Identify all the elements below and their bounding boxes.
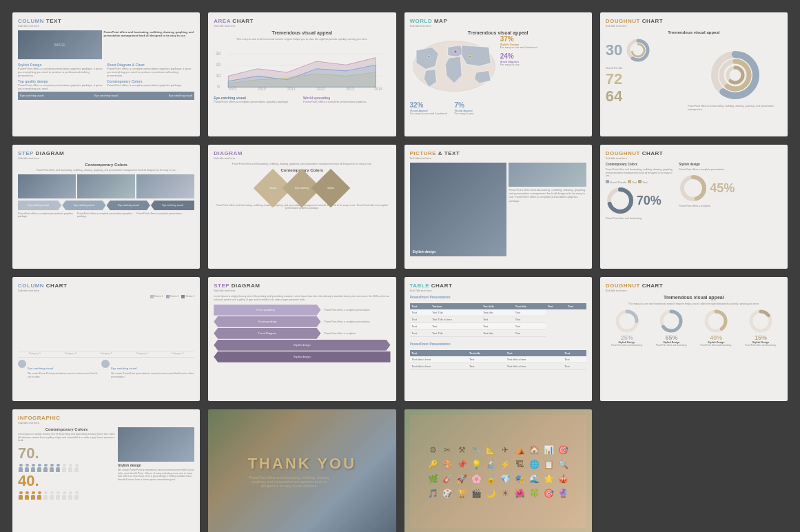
col-footer-icon-1 [101,360,110,368]
icon-38: 🎯 [542,487,555,500]
doughnut2-pct-45: 45% [710,182,735,194]
col-chart-legend: Series 1 Series 2 Series 3 [18,295,194,298]
slide-text-col: PowerPoint offers and fascinating, outfi… [104,30,195,59]
slide-world-map: WORLD MAP Sub title text here Tremendous… [404,12,592,136]
svg-text:2010: 2010 [258,87,266,91]
slide-icons: ⚙ ✂ ⚒ 🔧 📐 ✈ ⛺ 🏠 📊 🎯 🔑 🎨 📌 💡 🔬 ⚡ 🏗 🌐 📋 [404,409,592,532]
person-icon-4 [43,464,48,472]
slide-subtitle-doughnut-3: Sub title text here [606,289,782,292]
slide-subtitle-diagram: Sub title text here [214,156,390,160]
infographic-persons-0 [18,464,115,472]
step2-row-4: Stylish design [214,351,390,362]
person-icon-0 [18,464,23,472]
infographic-stylish-body: We create PowerPoint presentations named… [118,469,194,481]
doughnut1-title: Tremendous visual appeal [606,30,782,34]
table-cell-0-1-3: Text [513,316,546,323]
doughnut1-item-1: 72 [606,72,685,87]
doughnut2-desc-3: PowerPoint offers a complete. [679,205,782,208]
slide-title-picture-text: PICTURE & TEXT [410,150,586,156]
slide-item-3: Contemporary Colors PowerPoint offers a … [107,79,194,90]
doughnut2-svg-70 [606,186,635,215]
doughnut3-sub: The easy-to-use and functional search en… [606,302,782,305]
infographic-big-1: 40. [18,472,115,490]
slide-subtitle-column-text: Sub title text here [18,24,194,28]
slide-items-column-text: Stylish Design PowerPoint offers a compl… [18,61,194,90]
step2-arrows-stack: Front speaking PowerPoint offers a compl… [214,305,390,362]
thankyou-main-text: THANK YOU [248,455,356,473]
icon-4: 📐 [484,444,497,456]
area-chart-svg: 0 10 20 30 2009 2010 2011 2012 2013 2014 [214,43,390,91]
slide-thank-you: THANK YOU PowerPoint offers and fascinat… [208,409,396,532]
infographic-body: Lorem Ipsum is simply dummy text of the … [18,433,115,442]
pic-right-content: PowerPoint offers and fascinating, outfi… [509,163,586,256]
slide-column-text: COLUMN TEXT Sub title text here IMAGE Po… [12,12,200,136]
slide-title-step-2: STEP DIAGRAM [214,283,390,289]
slide-banner: Eye-catching visual Eye-catching visual … [18,92,194,100]
table-cell-1-0-0: Text title is here [410,356,468,363]
diagram-shape-2: Stylish [311,169,351,208]
svg-point-15 [453,50,457,54]
slide-title-area-chart: AREA CHART [214,18,390,24]
table-cell-0-0-3: Text [513,309,546,316]
table-th-0-1: Texture [430,303,481,309]
person-icon-7 [61,464,67,472]
doughnut2-desc-0: PowerPoint offers and fascinating, outfi… [606,168,677,178]
icon-37: 🍀 [528,487,540,500]
slide-item-1: Sheet Diagram & Chart PowerPoint offers … [107,63,194,78]
table-label-1: PowerPoint Presentation [410,342,586,346]
table-cell-0-1-2: Text [481,316,513,323]
table-th-0-4: Text [546,303,566,309]
doughnut2-legend-item-2: Test [638,180,647,184]
icon-13: 💡 [470,458,482,471]
doughnut3-sub-0: PowerPoint offers and fascinating. [611,344,642,347]
doughnut2-legend-item-0: Visual Trends [606,180,626,184]
slide-subtitle-doughnut-2: Sub title text here [606,156,782,160]
area-footer-item-0: Eye-catching visual PowerPoint offers a … [214,96,301,103]
slide-image-1: IMAGE [18,30,102,59]
icon-6: ⛺ [513,444,526,456]
icon-9: 🎯 [557,444,569,456]
table-cell-0-0-0: Text [410,309,431,316]
table-cell-1-0-3: Text [562,356,586,363]
slide-content-doughnut-2: Contemporary Colors PowerPoint offers an… [606,163,782,256]
icon-14: 🔬 [484,458,497,471]
person-icon-16 [55,491,61,500]
person-icon-17 [61,491,67,500]
svg-text:2012: 2012 [317,87,325,91]
icon-25: 💎 [499,473,511,485]
icon-32: 🏆 [455,487,468,500]
icon-19: 🔍 [557,458,569,471]
table-row-0-1: Text Text Title is here Text Text [410,316,586,323]
doughnut1-right: PowerPoint offers and fascinating, outfi… [688,37,782,122]
slide-title-column-chart: COLUMN CHART [18,283,194,289]
slide-doughnut-chart-2: DOUGHNUT CHART Sub title text here Conte… [600,145,788,269]
doughnut1-item-2: 64 [606,89,685,104]
step1-footer-1: PowerPoint offers a complete presentatio… [77,212,135,218]
table-cell-0-3-1: Text Title [430,330,481,337]
table-row-0-0: Text Text Title Text title Text [410,309,586,316]
table-cell-0-2-0: Text [410,323,431,330]
step1-arrow-3: Eye-catching visual [151,201,194,210]
slide-content-picture-text: Stylish design PowerPoint offers and fas… [410,163,586,256]
table-cell-0-2-2: Text [481,323,513,330]
table-th-0-2: Text title [481,303,513,309]
slide-step-diagram-1: STEP DIAGRAM Sub title text here Contemp… [12,145,200,269]
person-icon-12 [30,491,36,500]
icon-39: 🔮 [557,487,569,500]
slide-title-diagram: DIAGRAM [214,150,390,156]
slide-content-doughnut-3: Tremendous visual appeal The easy-to-use… [606,295,782,389]
step2-row-0: Front speaking PowerPoint offers a compl… [214,305,390,316]
table-header-row-1: Text Text title Text Text [410,350,586,356]
table-th-1-3: Text [562,350,586,356]
table-cell-0-2-3: Text [513,323,546,330]
person-icon-6 [55,464,61,472]
slide-item-0: Stylish Design PowerPoint offers a compl… [18,63,105,78]
person-icon-13 [37,491,42,500]
icon-20: 🌿 [427,473,439,485]
world-map-svg [410,35,498,97]
doughnut3-pct-0: 25% [621,334,633,341]
slide-picture-text: PICTURE & TEXT Sub title text here Styli… [404,145,592,269]
icon-29: 🎪 [557,473,569,485]
table-th-0-3: Text title [513,303,546,309]
doughnut1-item-0: 30 [606,37,685,64]
